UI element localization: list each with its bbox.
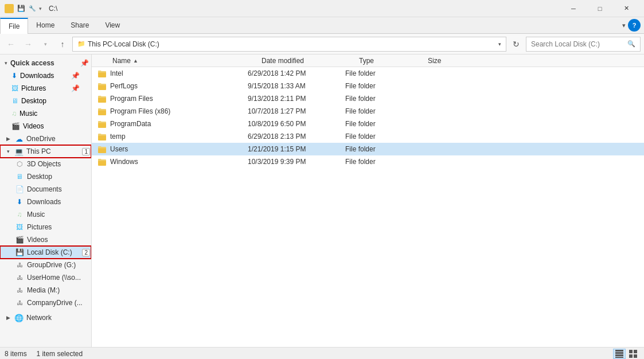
sidebar-item-music-pc[interactable]: ♫ Music [0, 208, 91, 221]
pictures-icon-pc: 🖼 [15, 223, 24, 232]
file-row-programfiles-x86[interactable]: Program Files (x86) 10/7/2018 1:27 PM Fi… [92, 105, 644, 118]
up-button[interactable]: ↑ [55, 37, 70, 52]
column-name-header[interactable]: Name ▲ [110, 57, 259, 65]
quick-access-header[interactable]: ▾ Quick access 📌 [0, 57, 91, 69]
file-row-windows[interactable]: Windows 10/3/2019 9:39 PM File folder [92, 155, 644, 168]
local-disk-icon: 💾 [15, 248, 24, 257]
onedrive-label: OneDrive [26, 135, 56, 143]
breadcrumb-thispc[interactable]: This PC [88, 40, 112, 48]
sidebar-item-userhome[interactable]: 🖧 UserHome (\\so... [0, 271, 91, 284]
sidebar-item-desktop[interactable]: 🖥 Desktop [0, 170, 91, 183]
column-date-header[interactable]: Date modified [259, 57, 357, 65]
folder-icon-perflogs [97, 81, 107, 91]
help-button[interactable]: ? [628, 19, 641, 32]
address-icon: 📁 [77, 40, 85, 48]
large-icons-view-button[interactable] [627, 349, 639, 359]
tab-file[interactable]: File [0, 18, 28, 34]
ribbon-collapse[interactable]: ▾ [622, 22, 626, 29]
titlebar-left: 💾 🔧 ▾ C:\ [5, 4, 57, 13]
local-disk-label: Local Disk (C:) [27, 248, 72, 256]
file-row-programdata[interactable]: ProgramData 10/8/2019 6:50 PM File folde… [92, 118, 644, 130]
sidebar-item-onedrive[interactable]: ▶ ☁ OneDrive [0, 132, 91, 145]
svg-rect-13 [634, 350, 637, 353]
media-label: Media (M:) [27, 286, 60, 294]
quick-access-expand-icon: ▾ [2, 60, 9, 66]
sidebar-item-pictures-pc[interactable]: 🖼 Pictures [0, 221, 91, 233]
folder-icon-programfiles-x86 [97, 107, 107, 116]
folder-icon-programdata [97, 119, 107, 128]
address-dropdown[interactable]: ▾ [498, 41, 501, 47]
downloads-label-pc: Downloads [27, 198, 61, 206]
quick-access-toolbar: 💾 🔧 ▾ [17, 5, 42, 12]
sidebar-item-local-disk[interactable]: 💾 Local Disk (C:) 2 [0, 246, 91, 259]
folder-icon-temp [97, 132, 107, 141]
large-icons-view-icon [629, 350, 637, 358]
column-type-header[interactable]: Type [357, 57, 426, 65]
sidebar-item-companydrive[interactable]: 🖧 CompanyDrive (... [0, 296, 91, 309]
downloads-icon-pc: ⬇ [15, 197, 24, 206]
documents-icon: 📄 [15, 185, 24, 194]
svg-rect-11 [615, 357, 623, 358]
pin-icon-0: 📌 [71, 72, 80, 80]
qa-dropdown[interactable]: ▾ [39, 6, 42, 11]
sidebar-item-desktop-qa[interactable]: 🖥 Desktop [0, 95, 91, 107]
sidebar-item-videos-qa[interactable]: 🎬 Videos [0, 120, 91, 132]
sidebar-item-this-pc[interactable]: ▾ 💻 This PC 1 [0, 145, 91, 158]
app-icon [5, 4, 14, 13]
minimize-button[interactable]: ─ [560, 0, 587, 17]
tab-share[interactable]: Share [63, 17, 97, 33]
ribbon-tabs: File Home Share View ▾ ? [0, 17, 644, 33]
column-size-header[interactable]: Size [426, 57, 471, 65]
pictures-icon: 🖼 [11, 84, 18, 92]
back-button[interactable]: ← [3, 37, 18, 52]
qa-properties[interactable]: 🔧 [29, 5, 36, 11]
local-disk-badge: 2 [82, 249, 90, 256]
qa-save[interactable]: 💾 [17, 5, 25, 12]
sidebar-item-pictures[interactable]: 🖼 Pictures 📌 [0, 82, 91, 95]
quick-access-pin-icon: 📌 [80, 59, 89, 67]
folder-icon-programfiles [97, 94, 107, 103]
breadcrumb-localdisk[interactable]: Local Disk (C:) [114, 40, 159, 48]
dropdown-history[interactable]: ▾ [38, 37, 53, 52]
file-row-perflogs[interactable]: PerfLogs 9/15/2018 1:33 AM File folder [92, 80, 644, 92]
videos-icon-qa: 🎬 [11, 122, 20, 130]
sidebar-item-videos-pc[interactable]: 🎬 Videos [0, 233, 91, 246]
file-date-users: 1/21/2019 1:15 PM [248, 145, 345, 153]
music-icon-pc: ♫ [15, 210, 24, 219]
pictures-label-pc: Pictures [27, 223, 52, 231]
sidebar-item-groupdrive[interactable]: 🖧 GroupDrive (G:) [0, 259, 91, 271]
selection-text: 1 item selected [36, 350, 83, 358]
groupdrive-icon: 🖧 [15, 260, 24, 270]
sidebar-item-network[interactable]: ▶ 🌐 Network [0, 311, 91, 324]
sidebar-item-music-qa[interactable]: ♫ Music [0, 107, 91, 120]
sidebar-item-downloads-pc[interactable]: ⬇ Downloads [0, 196, 91, 208]
refresh-button[interactable]: ↻ [509, 37, 524, 52]
tab-home[interactable]: Home [28, 17, 63, 33]
address-box[interactable]: 📁 This PC › Local Disk (C:) ▾ [72, 37, 506, 52]
desktop-label: Desktop [27, 173, 52, 181]
search-box[interactable]: 🔍 [526, 37, 641, 52]
file-row-temp[interactable]: temp 6/29/2018 2:13 PM File folder [92, 130, 644, 143]
search-input[interactable] [531, 40, 625, 48]
sidebar-item-downloads[interactable]: ⬇ Downloads 📌 [0, 69, 91, 82]
pin-icon-1: 📌 [71, 84, 80, 92]
videos-label-qa: Videos [23, 122, 44, 130]
sidebar: ▾ Quick access 📌 ⬇ Downloads 📌 🖼 Picture… [0, 54, 92, 347]
file-type-windows: File folder [345, 158, 414, 166]
file-row-users[interactable]: 3 Users 1/21/2019 1:15 PM File folder [92, 143, 644, 155]
sidebar-item-documents[interactable]: 📄 Documents [0, 183, 91, 196]
details-view-button[interactable] [613, 349, 626, 359]
quick-access-section: ▾ Quick access 📌 ⬇ Downloads 📌 🖼 Picture… [0, 54, 91, 132]
svg-rect-9 [615, 352, 623, 354]
file-row-programfiles[interactable]: Program Files 9/13/2018 2:11 PM File fol… [92, 92, 644, 105]
title-bar: 💾 🔧 ▾ C:\ ─ □ ✕ [0, 0, 644, 17]
tab-view[interactable]: View [97, 17, 128, 33]
maximize-button[interactable]: □ [587, 0, 613, 17]
close-button[interactable]: ✕ [613, 0, 639, 17]
file-row-intel[interactable]: Intel 6/29/2018 1:42 PM File folder [92, 67, 644, 80]
sidebar-item-3d-objects[interactable]: ⬡ 3D Objects [0, 158, 91, 170]
forward-button[interactable]: → [21, 37, 36, 52]
videos-icon-pc: 🎬 [15, 235, 24, 244]
sidebar-item-media[interactable]: 🖧 Media (M:) [0, 284, 91, 296]
groupdrive-label: GroupDrive (G:) [27, 261, 76, 269]
